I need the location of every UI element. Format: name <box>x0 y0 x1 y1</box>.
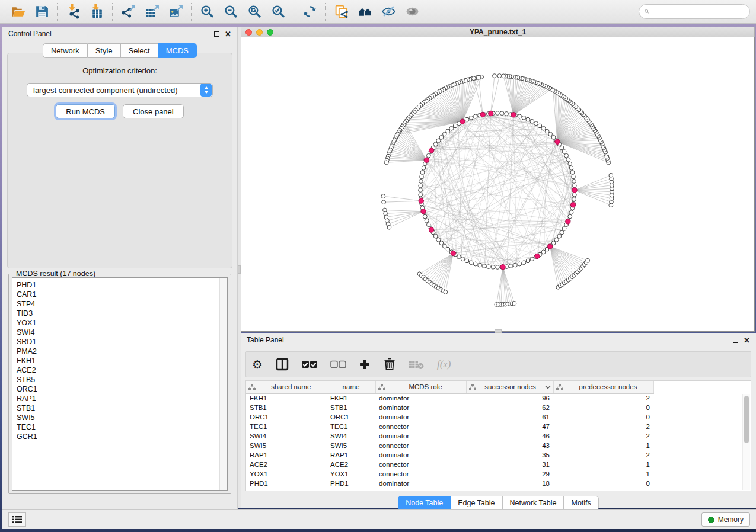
mcds-hub-node[interactable] <box>572 188 577 193</box>
mcds-result-node[interactable]: CAR1 <box>17 290 219 299</box>
save-session-button[interactable] <box>30 2 53 22</box>
zoom-selected-button[interactable] <box>266 2 290 22</box>
show-hidden-button[interactable] <box>400 2 424 22</box>
table-row[interactable]: STB1STB1dominator620 <box>246 403 747 412</box>
export-table-button[interactable] <box>140 2 164 22</box>
close-panel-button[interactable]: Close panel <box>123 104 184 118</box>
table-row[interactable]: FKH1FKH1dominator962 <box>246 393 747 403</box>
table-row[interactable]: ACE2ACE2connector311 <box>246 460 747 469</box>
export-image-button[interactable] <box>164 2 187 22</box>
table-row[interactable]: SWI5SWI5connector431 <box>246 441 747 450</box>
tab-select[interactable]: Select <box>121 43 158 58</box>
tab-mcds[interactable]: MCDS <box>158 43 197 58</box>
memory-button[interactable]: Memory <box>701 512 750 527</box>
open-session-button[interactable] <box>6 2 30 22</box>
mcds-hub-node[interactable] <box>511 113 516 117</box>
mcds-result-node[interactable]: PMA2 <box>17 347 219 356</box>
zoom-selected-icon <box>271 4 286 19</box>
table-row[interactable]: SWI4SWI4dominator462 <box>246 431 747 441</box>
mcds-hub-node[interactable] <box>421 209 426 214</box>
first-neighbors-button[interactable] <box>353 2 377 22</box>
close-panel-icon[interactable]: ✕ <box>225 30 231 38</box>
mcds-hub-node[interactable] <box>419 198 423 203</box>
mcds-hub-node[interactable] <box>566 219 570 224</box>
mcds-result-node[interactable]: PHD1 <box>17 280 219 290</box>
mcds-hub-node[interactable] <box>535 254 540 258</box>
table-row[interactable]: PHD1PHD1dominator180 <box>246 479 747 488</box>
float-panel-icon[interactable] <box>214 31 219 37</box>
mcds-hub-node[interactable] <box>570 203 575 207</box>
mcds-result-node[interactable]: ACE2 <box>17 366 219 375</box>
delete-entry-icon[interactable] <box>384 358 395 371</box>
mcds-result-node[interactable]: GCR1 <box>17 432 219 441</box>
mcds-result-node[interactable]: STB5 <box>17 375 219 384</box>
select-all-icon[interactable] <box>302 360 317 368</box>
mcds-hub-node[interactable] <box>424 158 429 162</box>
zoom-window-traffic-light[interactable] <box>267 29 273 36</box>
hide-selected-button[interactable] <box>377 2 400 22</box>
mcds-result-scrollbar[interactable] <box>219 278 227 490</box>
tab-network-table[interactable]: Network Table <box>503 496 564 510</box>
mcds-hub-node[interactable] <box>489 111 493 116</box>
import-table-button[interactable] <box>85 2 109 22</box>
mcds-result-node[interactable]: RAP1 <box>17 394 219 403</box>
column-header-successor-nodes[interactable]: successor nodes <box>466 381 553 393</box>
mcds-result-node[interactable]: SWI5 <box>17 413 219 422</box>
mcds-result-node[interactable]: ORC1 <box>17 384 219 394</box>
column-header-predecessor-nodes[interactable]: predecessor nodes <box>553 381 653 393</box>
tab-network[interactable]: Network <box>43 43 88 58</box>
mcds-hub-node[interactable] <box>460 119 465 124</box>
minimize-window-traffic-light[interactable] <box>256 29 263 36</box>
close-table-panel-icon[interactable]: ✕ <box>744 336 750 344</box>
table-row[interactable]: ORC1ORC1dominator610 <box>246 412 747 422</box>
tab-node-table[interactable]: Node Table <box>398 496 451 510</box>
search-box[interactable] <box>639 4 750 19</box>
network-titlebar[interactable]: YPA_prune.txt_1 <box>241 27 755 37</box>
mcds-hub-node[interactable] <box>451 251 455 255</box>
mcds-result-node[interactable]: FKH1 <box>17 356 219 366</box>
mcds-hub-node[interactable] <box>500 265 505 270</box>
show-columns-icon[interactable] <box>276 358 289 371</box>
export-network-button[interactable] <box>116 2 140 22</box>
table-row[interactable]: RAP1RAP1dominator352 <box>246 450 747 460</box>
column-header-shared-name[interactable]: shared name <box>246 381 327 393</box>
zoom-out-button[interactable] <box>219 2 243 22</box>
settings-gear-icon[interactable]: ⚙ <box>252 358 263 370</box>
mcds-result-node[interactable]: TEC1 <box>17 422 219 432</box>
mcds-hub-node[interactable] <box>429 148 433 153</box>
mcds-result-node[interactable]: YOX1 <box>17 318 219 328</box>
deselect-all-icon[interactable] <box>330 360 346 368</box>
table-row[interactable]: TEC1TEC1connector472 <box>246 422 747 431</box>
float-table-panel-icon[interactable] <box>733 338 738 343</box>
tab-motifs[interactable]: Motifs <box>564 496 598 510</box>
mcds-hub-node[interactable] <box>480 112 485 117</box>
search-input[interactable] <box>652 8 744 16</box>
table-scrollbar-thumb[interactable] <box>744 396 749 443</box>
mcds-result-node[interactable]: SRD1 <box>17 337 219 347</box>
close-window-traffic-light[interactable] <box>245 29 252 36</box>
table-scrollbar[interactable] <box>742 394 750 490</box>
network-canvas[interactable] <box>241 37 755 332</box>
mcds-hub-node[interactable] <box>548 244 553 249</box>
column-header-mcds-role[interactable]: MCDS role <box>375 381 466 393</box>
optimization-criterion-select[interactable]: largest connected component (undirected) <box>27 83 213 97</box>
mcds-result-list[interactable]: PHD1CAR1STP4TID3YOX1SWI4SRD1PMA2FKH1ACE2… <box>12 277 228 491</box>
add-entry-icon[interactable] <box>359 358 371 370</box>
zoom-fit-button[interactable] <box>243 2 266 22</box>
tab-edge-table[interactable]: Edge Table <box>451 496 502 510</box>
tab-style[interactable]: Style <box>88 43 121 58</box>
task-history-button[interactable] <box>8 512 26 527</box>
duplicate-view-button[interactable] <box>329 2 353 22</box>
mcds-hub-node[interactable] <box>429 227 433 232</box>
mcds-result-node[interactable]: SWI4 <box>17 328 219 337</box>
table-row[interactable]: YOX1YOX1connector291 <box>246 469 747 479</box>
zoom-in-button[interactable] <box>195 2 219 22</box>
import-network-button[interactable] <box>61 2 85 22</box>
mcds-result-node[interactable]: TID3 <box>17 309 219 318</box>
refresh-view-button[interactable] <box>298 2 321 22</box>
mcds-hub-node[interactable] <box>555 139 560 144</box>
mcds-result-node[interactable]: STP4 <box>17 299 219 309</box>
mcds-result-node[interactable]: STB1 <box>17 403 219 413</box>
column-header-name[interactable]: name <box>327 381 375 393</box>
run-mcds-button[interactable]: Run MCDS <box>56 104 115 118</box>
